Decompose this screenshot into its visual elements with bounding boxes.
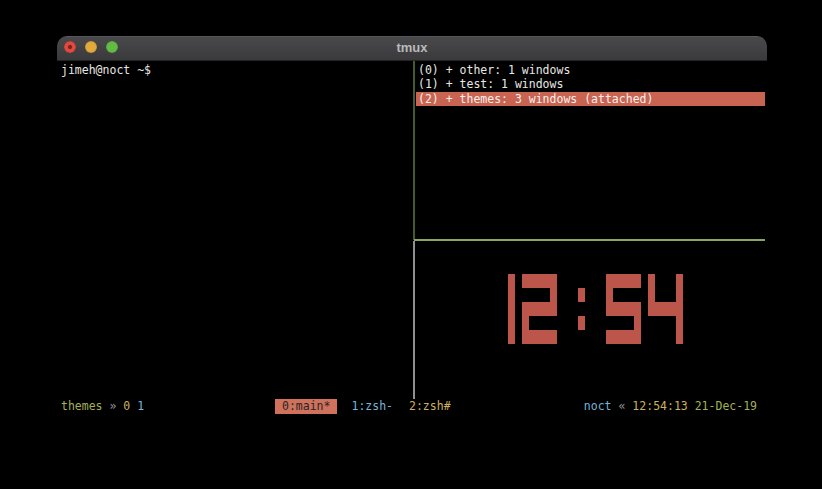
window-tab[interactable]: 2:zsh#	[409, 399, 451, 413]
session-list-item[interactable]: (1) + test: 1 windows	[416, 77, 765, 91]
status-bar: themes » 0 1 0:main* 1:zsh- 2:zsh# noct …	[57, 399, 765, 414]
window-tab[interactable]: 1:zsh-	[351, 399, 393, 413]
status-date: 21-Dec-19	[695, 399, 757, 413]
session-name: themes	[61, 399, 103, 413]
tmux-window: tmux jimeh@noct ~$ (0) + other: 1 window…	[57, 36, 767, 419]
status-time: 12:54:13	[632, 399, 687, 413]
clock-display	[480, 274, 683, 344]
window-list: 0:main* 1:zsh- 2:zsh#	[275, 399, 451, 414]
status-right-separator: «	[612, 399, 633, 413]
terminal-content: jimeh@noct ~$ (0) + other: 1 windows (1)…	[57, 61, 767, 419]
status-left-item-1: 1	[137, 399, 144, 413]
status-right: noct « 12:54:13 21-Dec-19	[584, 399, 757, 413]
status-left-separator: »	[103, 399, 124, 413]
pane-divider-horizontal[interactable]	[414, 239, 765, 241]
pane-divider-vertical-bottom[interactable]	[413, 241, 415, 399]
window-titlebar[interactable]: tmux	[57, 36, 767, 61]
session-list-item[interactable]: (0) + other: 1 windows	[416, 63, 765, 77]
desktop-background: tmux jimeh@noct ~$ (0) + other: 1 window…	[0, 0, 822, 489]
session-list-item-selected[interactable]: (2) + themes: 3 windows (attached)	[416, 92, 765, 106]
shell-prompt[interactable]: jimeh@noct ~$	[61, 63, 151, 77]
pane-divider-vertical-top[interactable]	[413, 61, 415, 240]
status-left: themes » 0 1	[61, 399, 144, 413]
hostname: noct	[584, 399, 612, 413]
window-tab-active[interactable]: 0:main*	[275, 399, 337, 414]
window-title: tmux	[57, 36, 767, 60]
session-list-pane: (0) + other: 1 windows (1) + test: 1 win…	[416, 63, 765, 106]
